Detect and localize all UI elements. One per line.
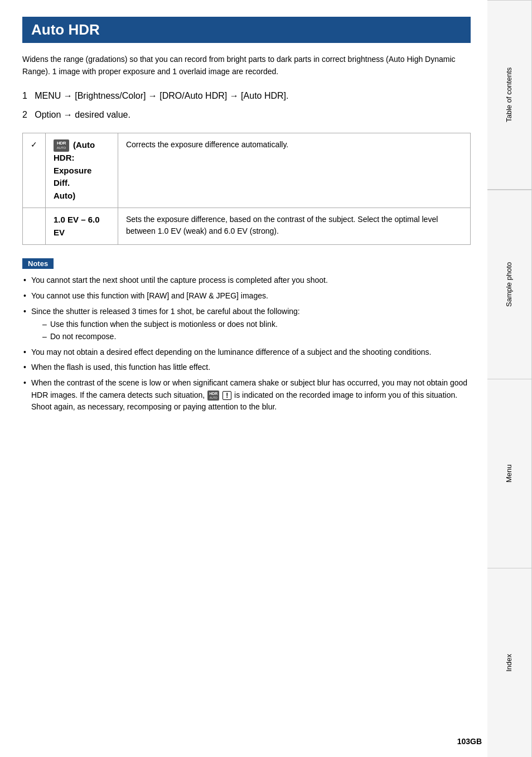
step-2: 2 Option → desired value. (22, 108, 471, 122)
option-name-auto: HDR AUTO (Auto HDR:Exposure Diff.Auto) (46, 133, 118, 208)
auto-hdr-icon-block: HDR AUTO (Auto HDR:Exposure Diff.Auto) (54, 139, 110, 202)
page-number: 103GB (457, 737, 482, 746)
list-item: Use this function when the subject is mo… (42, 319, 471, 331)
table-row: 1.0 EV – 6.0 EV Sets the exposure differ… (23, 208, 471, 245)
exclamation-icon: ! (223, 391, 231, 400)
empty-checkmark (23, 208, 46, 245)
table-row: ✓ HDR AUTO (Auto HDR:Exposure Diff.Auto)… (23, 133, 471, 208)
list-item: When the contrast of the scene is low or… (22, 377, 471, 413)
sidebar-tab-toc[interactable]: Table of contents (487, 0, 532, 190)
option-desc-auto: Corrects the exposure difference automat… (118, 133, 470, 208)
options-table: ✓ HDR AUTO (Auto HDR:Exposure Diff.Auto)… (22, 133, 471, 245)
sidebar: Table of contents Sample photo Menu Inde… (487, 0, 532, 757)
sub-list: Use this function when the subject is mo… (31, 319, 471, 343)
option-name-ev: 1.0 EV – 6.0 EV (46, 208, 118, 245)
main-content: Auto HDR Widens the range (gradations) s… (0, 0, 487, 433)
list-item: You cannot use this function with [RAW] … (22, 290, 471, 302)
step-1: 1 MENU → [Brightness/Color] → [DRO/Auto … (22, 89, 471, 103)
list-item: When the flash is used, this function ha… (22, 361, 471, 374)
notes-list: You cannot start the next shoot until th… (22, 274, 471, 413)
step-1-text: MENU → [Brightness/Color] → [DRO/Auto HD… (35, 91, 288, 100)
sidebar-tab-menu[interactable]: Menu (487, 379, 532, 568)
inline-hdr-icon: HDR AUTO (207, 390, 219, 401)
notes-section: Notes You cannot start the next shoot un… (22, 258, 471, 413)
hdr-icon: HDR AUTO (54, 139, 69, 152)
page-title: Auto HDR (22, 17, 471, 43)
list-item: You may not obtain a desired effect depe… (22, 346, 471, 359)
list-item: Since the shutter is released 3 times fo… (22, 306, 471, 343)
notes-badge: Notes (22, 258, 54, 269)
list-item: Do not recompose. (42, 331, 471, 343)
checkmark-cell: ✓ (23, 133, 46, 208)
sidebar-tab-sample[interactable]: Sample photo (487, 190, 532, 379)
intro-text: Widens the range (gradations) so that yo… (22, 53, 471, 78)
option-desc-ev: Sets the exposure difference, based on t… (118, 208, 470, 245)
step-2-text: Option → desired value. (35, 110, 130, 119)
sidebar-tab-index[interactable]: Index (487, 568, 532, 757)
list-item: You cannot start the next shoot until th… (22, 274, 471, 287)
